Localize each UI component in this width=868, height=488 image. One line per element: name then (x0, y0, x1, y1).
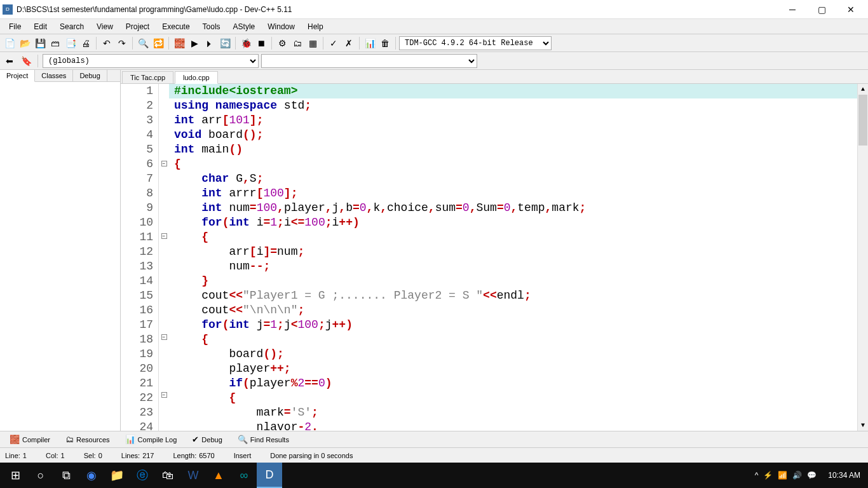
cancel-x-button[interactable]: ✗ (342, 36, 356, 50)
fold-toggle[interactable]: − (161, 161, 167, 166)
taskbar-vlc-icon[interactable]: ▲ (206, 463, 231, 488)
menu-project[interactable]: Project (119, 21, 156, 32)
menu-astyle[interactable]: AStyle (227, 21, 262, 32)
code-line[interactable]: for(int j=1;j<100;j++) (169, 318, 857, 332)
stop-button[interactable]: ⏹ (254, 36, 268, 50)
taskbar-explorer-icon[interactable]: 📁 (104, 463, 130, 488)
sidebar-tab-project[interactable]: Project (0, 70, 35, 82)
class-browser-button[interactable]: 🗂 (290, 36, 304, 50)
save-button[interactable]: 💾 (33, 36, 47, 50)
bottom-tab-debug[interactable]: ✔Debug (186, 433, 227, 446)
taskbar-arduino-icon[interactable]: ∞ (231, 463, 257, 488)
bottom-tab-resources[interactable]: 🗂Resources (60, 433, 116, 446)
taskbar-store-icon[interactable]: 🛍 (155, 463, 180, 488)
code-line[interactable]: mark='S'; (169, 405, 857, 420)
start-button[interactable]: ⊞ (3, 463, 28, 488)
function-select[interactable] (261, 54, 477, 68)
fold-toggle[interactable]: − (161, 233, 167, 239)
grid-button[interactable]: ▦ (306, 36, 320, 50)
debug-button[interactable]: 🐞 (239, 36, 253, 50)
scroll-up-arrow[interactable]: ▲ (858, 84, 868, 95)
system-tray[interactable]: ^ ⚡ 📶 🔊 💬 (749, 471, 824, 480)
vertical-scrollbar[interactable]: ▲ ▼ (857, 84, 868, 431)
close-file-button[interactable]: 📑 (64, 36, 78, 50)
menu-file[interactable]: File (3, 21, 27, 32)
sidebar-tab-debug[interactable]: Debug (73, 70, 107, 81)
menu-edit[interactable]: Edit (27, 21, 53, 32)
bottom-tab-compile-log[interactable]: 📊Compile Log (119, 433, 183, 446)
check-button[interactable]: ✓ (327, 36, 341, 50)
code-line[interactable]: cout<<"\n\n\n"; (169, 303, 857, 318)
menu-window[interactable]: Window (261, 21, 301, 32)
taskbar-clock[interactable]: 10:34 AM (823, 471, 865, 480)
maximize-button[interactable]: ▢ (807, 0, 836, 19)
minimize-button[interactable]: ─ (778, 0, 807, 19)
scroll-down-arrow[interactable]: ▼ (858, 420, 868, 431)
goto-back-button[interactable]: ⬅ (3, 54, 17, 68)
tray-volume-icon[interactable]: 🔊 (792, 471, 802, 480)
code-line[interactable]: nlavor-2. (169, 420, 857, 431)
new-file-button[interactable]: 📄 (3, 36, 17, 50)
taskbar-chrome-icon[interactable]: ◉ (79, 463, 104, 488)
code-line[interactable]: { (169, 157, 857, 172)
code-line[interactable]: { (169, 230, 857, 245)
code-line[interactable]: using namespace std; (169, 98, 857, 113)
code-line[interactable]: int arr[101]; (169, 113, 857, 128)
tray-notifications-icon[interactable]: 💬 (807, 471, 817, 480)
code-editor[interactable]: 123456789101112131415161718192021222324 … (121, 84, 868, 431)
scope-select[interactable]: (globals) (43, 54, 259, 68)
open-file-button[interactable]: 📂 (18, 36, 32, 50)
menu-view[interactable]: View (90, 21, 119, 32)
redo-button[interactable]: ↷ (115, 36, 129, 50)
print-button[interactable]: 🖨 (79, 36, 93, 50)
file-tab[interactable]: ludo.cpp (175, 71, 218, 84)
code-line[interactable]: int num=100,player,j,b=0,k,choice,sum=0,… (169, 201, 857, 215)
code-lines[interactable]: #include<iostream>using namespace std;in… (169, 84, 857, 431)
scroll-thumb[interactable] (858, 95, 867, 146)
project-options-button[interactable]: ⚙ (275, 36, 289, 50)
bottom-tab-find-results[interactable]: 🔍Find Results (232, 433, 295, 446)
code-line[interactable]: int main() (169, 142, 857, 157)
rebuild-button[interactable]: 🔄 (218, 36, 232, 50)
close-button[interactable]: ✕ (836, 0, 865, 19)
code-line[interactable]: num--; (169, 259, 857, 274)
code-line[interactable]: #include<iostream> (169, 84, 857, 98)
bottom-tab-compiler[interactable]: 🧱Compiler (4, 433, 56, 446)
taskbar-word-icon[interactable]: W (180, 463, 206, 488)
task-view-button[interactable]: ⧉ (53, 463, 79, 488)
run-button[interactable]: ▶ (187, 36, 201, 50)
menu-help[interactable]: Help (301, 21, 330, 32)
menu-execute[interactable]: Execute (156, 21, 196, 32)
code-line[interactable]: arr[i]=num; (169, 245, 857, 259)
code-line[interactable]: } (169, 274, 857, 288)
undo-button[interactable]: ↶ (100, 36, 114, 50)
code-line[interactable]: cout<<"Player1 = G ;....... Player2 = S … (169, 288, 857, 303)
taskbar-devcpp-icon[interactable]: D (257, 463, 282, 488)
tray-wifi-icon[interactable]: 📶 (778, 471, 787, 480)
cortana-button[interactable]: ○ (28, 463, 53, 488)
save-all-button[interactable]: 🗃 (48, 36, 62, 50)
tray-chevron-icon[interactable]: ^ (755, 471, 759, 480)
code-line[interactable]: player++; (169, 362, 857, 376)
tray-network-icon[interactable]: ⚡ (763, 471, 773, 480)
code-line[interactable]: int arrr[100]; (169, 186, 857, 201)
code-line[interactable]: for(int i=1;i<=100;i++) (169, 215, 857, 230)
code-line[interactable]: if(player%2==0) (169, 376, 857, 391)
file-tab[interactable]: Tic Tac.cpp (122, 71, 173, 83)
delete-profile-button[interactable]: 🗑 (378, 36, 392, 50)
fold-toggle[interactable]: − (161, 334, 167, 340)
taskbar-edge-icon[interactable]: ⓔ (130, 463, 155, 488)
goto-bookmark-button[interactable]: 🔖 (19, 54, 33, 68)
menu-search[interactable]: Search (53, 21, 90, 32)
code-line[interactable]: board(); (169, 347, 857, 362)
sidebar-tab-classes[interactable]: Classes (35, 70, 73, 81)
fold-toggle[interactable]: − (161, 392, 167, 398)
code-line[interactable]: { (169, 332, 857, 347)
compile-run-button[interactable]: ⏵ (203, 36, 217, 50)
find-button[interactable]: 🔍 (136, 36, 150, 50)
menu-tools[interactable]: Tools (196, 21, 227, 32)
code-line[interactable]: { (169, 391, 857, 405)
compile-button[interactable]: 🧱 (172, 36, 186, 50)
compiler-select[interactable]: TDM-GCC 4.9.2 64-bit Release (399, 36, 552, 50)
code-line[interactable]: void board(); (169, 128, 857, 142)
